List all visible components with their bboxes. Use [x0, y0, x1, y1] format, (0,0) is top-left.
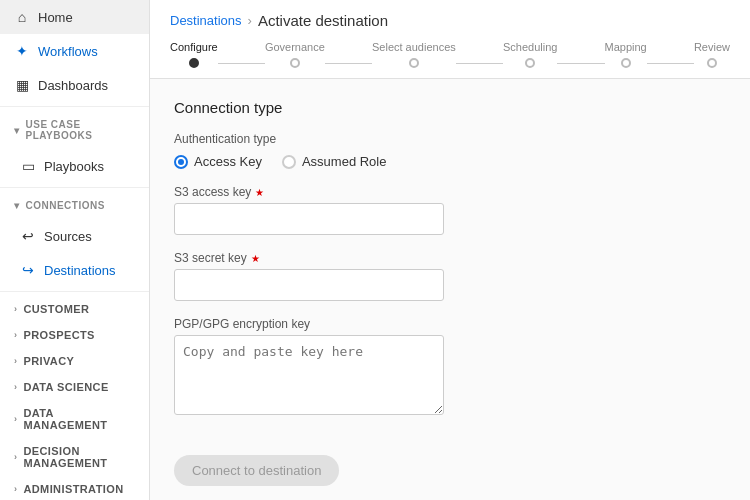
steps-container: Configure Governance Select audiences Sc…: [170, 41, 730, 78]
step-configure[interactable]: Configure: [170, 41, 218, 68]
main-content: Destinations › Activate destination Conf…: [150, 0, 750, 500]
use-case-section[interactable]: ▾ Use Case Playbooks: [0, 111, 149, 149]
home-icon: ⌂: [14, 9, 30, 25]
sidebar-item-prospects[interactable]: › Prospects: [0, 322, 149, 348]
s3-access-key-input[interactable]: [174, 203, 444, 235]
chevron-prospects: ›: [14, 330, 17, 340]
radio-label-access-key: Access Key: [194, 154, 262, 169]
step-review[interactable]: Review: [694, 41, 730, 68]
sidebar-item-dashboards[interactable]: ▦ Dashboards: [0, 68, 149, 102]
s3-secret-key-label: S3 secret key ★: [174, 251, 726, 265]
connection-type-title: Connection type: [174, 99, 726, 116]
step-label-configure: Configure: [170, 41, 218, 53]
radio-inner-access-key: [178, 159, 184, 165]
step-label-review: Review: [694, 41, 730, 53]
breadcrumb-separator: ›: [248, 13, 252, 28]
radio-group-auth: Access Key Assumed Role: [174, 154, 726, 169]
step-dot-review: [707, 58, 717, 68]
form-area: Connection type Authentication type Acce…: [150, 79, 750, 500]
sidebar-item-privacy[interactable]: › Privacy: [0, 348, 149, 374]
pgp-textarea[interactable]: [174, 335, 444, 415]
s3-access-key-label: S3 access key ★: [174, 185, 726, 199]
chevron-administration: ›: [14, 484, 17, 494]
step-connector-4: [557, 63, 604, 64]
step-dot-configure: [189, 58, 199, 68]
breadcrumb-current: Activate destination: [258, 12, 388, 29]
chevron-privacy: ›: [14, 356, 17, 366]
divider-2: [0, 187, 149, 188]
destinations-icon: ↪: [20, 262, 36, 278]
s3-secret-key-input[interactable]: [174, 269, 444, 301]
step-label-select-audiences: Select audiences: [372, 41, 456, 53]
sidebar-item-data-science[interactable]: › Data Science: [0, 374, 149, 400]
step-scheduling[interactable]: Scheduling: [503, 41, 557, 68]
auth-type-label: Authentication type: [174, 132, 726, 146]
step-connector-1: [218, 63, 265, 64]
chevron-decision-management: ›: [14, 452, 17, 462]
pgp-group: PGP/GPG encryption key: [174, 317, 726, 415]
radio-label-assumed-role: Assumed Role: [302, 154, 387, 169]
breadcrumb-bar: Destinations › Activate destination Conf…: [150, 0, 750, 79]
s3-access-key-group: S3 access key ★: [174, 185, 726, 235]
workflows-icon: ✦: [14, 43, 30, 59]
chevron-data-management: ›: [14, 414, 17, 424]
sidebar-item-customer[interactable]: › Customer: [0, 296, 149, 322]
connect-button[interactable]: Connect to destination: [174, 455, 339, 486]
step-governance[interactable]: Governance: [265, 41, 325, 68]
s3-secret-key-group: S3 secret key ★: [174, 251, 726, 301]
chevron-customer: ›: [14, 304, 17, 314]
sidebar-item-playbooks[interactable]: ▭ Playbooks: [0, 149, 149, 183]
auth-type-section: Authentication type Access Key Assumed R…: [174, 132, 726, 169]
radio-assumed-role[interactable]: Assumed Role: [282, 154, 387, 169]
breadcrumb-destinations-link[interactable]: Destinations: [170, 13, 242, 28]
sources-icon: ↩: [20, 228, 36, 244]
divider-1: [0, 106, 149, 107]
step-connector-5: [647, 63, 694, 64]
step-dot-governance: [290, 58, 300, 68]
pgp-label: PGP/GPG encryption key: [174, 317, 726, 331]
dashboards-icon: ▦: [14, 77, 30, 93]
sidebar: ⌂ Home ✦ Workflows ▦ Dashboards ▾ Use Ca…: [0, 0, 150, 500]
connections-section[interactable]: ▾ Connections: [0, 192, 149, 219]
sidebar-item-workflows[interactable]: ✦ Workflows: [0, 34, 149, 68]
step-select-audiences[interactable]: Select audiences: [372, 41, 456, 68]
step-connector-2: [325, 63, 372, 64]
breadcrumb: Destinations › Activate destination: [170, 12, 730, 29]
collapse-icon-use-case: ▾: [14, 125, 20, 136]
required-star-access-key: ★: [255, 187, 264, 198]
sidebar-item-decision-management[interactable]: › Decision Management: [0, 438, 149, 476]
collapse-icon-connections: ▾: [14, 200, 20, 211]
step-label-mapping: Mapping: [605, 41, 647, 53]
sidebar-item-destinations[interactable]: ↪ Destinations: [0, 253, 149, 287]
required-star-secret-key: ★: [251, 253, 260, 264]
divider-3: [0, 291, 149, 292]
sidebar-item-home[interactable]: ⌂ Home: [0, 0, 149, 34]
chevron-data-science: ›: [14, 382, 17, 392]
step-label-governance: Governance: [265, 41, 325, 53]
step-mapping[interactable]: Mapping: [605, 41, 647, 68]
step-connector-3: [456, 63, 503, 64]
step-dot-select-audiences: [409, 58, 419, 68]
radio-circle-access-key: [174, 155, 188, 169]
sidebar-item-sources[interactable]: ↩ Sources: [0, 219, 149, 253]
playbooks-icon: ▭: [20, 158, 36, 174]
radio-access-key[interactable]: Access Key: [174, 154, 262, 169]
step-label-scheduling: Scheduling: [503, 41, 557, 53]
sidebar-item-administration[interactable]: › Administration: [0, 476, 149, 500]
step-dot-mapping: [621, 58, 631, 68]
step-dot-scheduling: [525, 58, 535, 68]
radio-circle-assumed-role: [282, 155, 296, 169]
sidebar-item-data-management[interactable]: › Data Management: [0, 400, 149, 438]
